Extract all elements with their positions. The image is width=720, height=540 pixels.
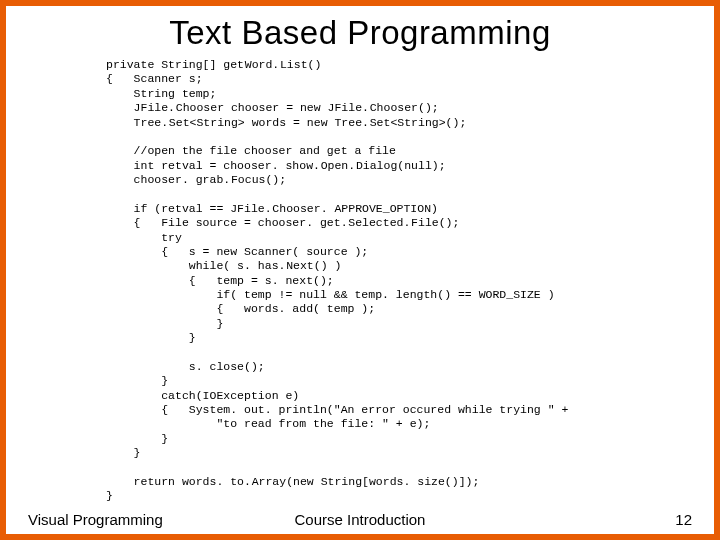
slide: Text Based Programming private String[] … bbox=[6, 6, 714, 534]
slide-footer: Visual Programming Course Introduction 1… bbox=[26, 511, 694, 530]
slide-title: Text Based Programming bbox=[26, 14, 694, 52]
footer-left: Visual Programming bbox=[28, 511, 249, 528]
footer-center: Course Introduction bbox=[249, 511, 470, 528]
code-block: private String[] get Word. List() { Scan… bbox=[26, 58, 694, 513]
page-number: 12 bbox=[471, 511, 692, 528]
